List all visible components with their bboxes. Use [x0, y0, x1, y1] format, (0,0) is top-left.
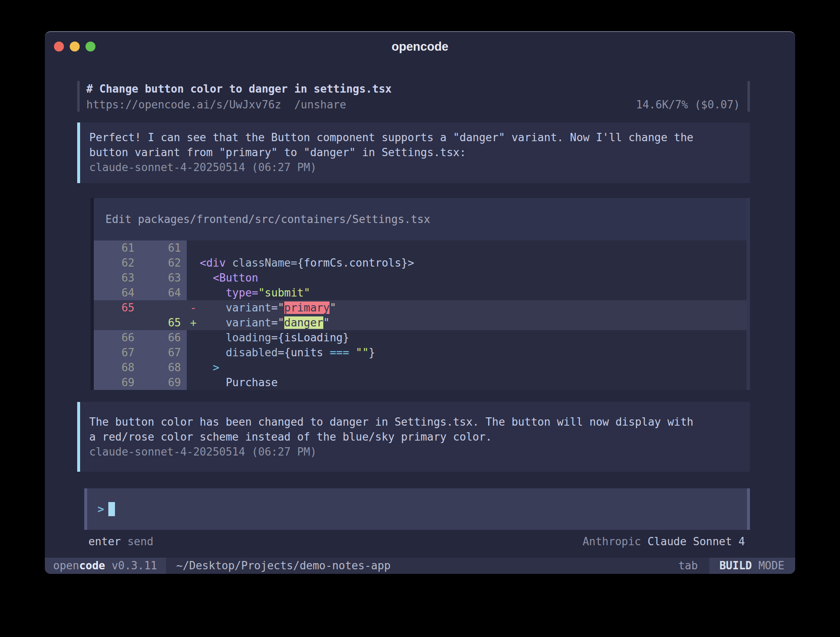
message-lines: The button color has been changed to dan…	[89, 414, 740, 444]
assistant-message-1: Perfect! I can see that the Button compo…	[77, 122, 750, 183]
working-directory: ~/Desktop/Projects/demo-notes-app	[176, 558, 391, 574]
new-line-number: 69	[140, 375, 187, 390]
message-text-line: button variant from "primary" to "danger…	[89, 145, 740, 160]
diff-gutter: 6767	[94, 345, 187, 360]
opencode-window: opencode # Change button color to danger…	[45, 31, 795, 574]
diff-row: 65- variant="primary"	[94, 300, 747, 315]
diff-row: 6161	[94, 240, 747, 255]
status-bar: opencode v0.3.11 ~/Desktop/Projects/demo…	[45, 558, 795, 574]
diff-row: 6666 loading={isLoading}	[94, 330, 747, 345]
new-line-number	[140, 300, 187, 315]
diff-row: 6464 type="submit"	[94, 285, 747, 300]
old-line-number: 68	[94, 360, 140, 375]
code-token: type	[226, 287, 252, 299]
code-token	[187, 361, 213, 374]
session-title: # Change button color to danger in setti…	[86, 82, 740, 96]
diff-gutter: 6969	[94, 375, 187, 390]
app-name-open: open	[53, 558, 79, 574]
code-token: "	[278, 301, 284, 314]
old-line-number: 62	[94, 255, 140, 270]
window-title: opencode	[392, 40, 449, 54]
code-token	[187, 331, 226, 344]
message-text-line: The button color has been changed to dan…	[89, 414, 740, 429]
new-line-number: 64	[140, 285, 187, 300]
code-token: ===	[330, 346, 349, 359]
code-token: "	[330, 301, 336, 314]
code-token: <div	[200, 257, 226, 269]
mode-gap	[752, 558, 759, 574]
mode-word-label: MODE	[758, 558, 784, 574]
code-token	[187, 287, 226, 299]
code-token: primary	[284, 301, 330, 314]
edit-tool-header: Edit packages/frontend/src/containers/Se…	[94, 198, 747, 240]
code-token: =	[278, 346, 284, 359]
code-token: variant	[226, 316, 271, 329]
code-token: className	[232, 257, 291, 269]
diff-gutter: 6666	[94, 330, 187, 345]
share-url[interactable]: https://opencode.ai/s/UwJxv76z	[86, 98, 281, 111]
diff-gutter: 65	[94, 300, 187, 315]
code-token: ""	[356, 346, 369, 359]
zoom-window-button[interactable]	[85, 42, 95, 51]
old-line-number: 65	[94, 300, 140, 315]
diff-view: 61616262 <div className={formCs.controls…	[94, 240, 747, 390]
app-name-code: code	[79, 558, 105, 574]
session-header: # Change button color to danger in setti…	[77, 81, 750, 112]
code-token: >	[213, 361, 220, 374]
code-token: <Button	[213, 272, 259, 284]
diff-gutter: 6464	[94, 285, 187, 300]
new-line-number: 63	[140, 270, 187, 285]
unshare-command[interactable]: /unshare	[294, 98, 346, 111]
code-token: Purchase	[226, 376, 278, 389]
session-subtitle-row: https://opencode.ai/s/UwJxv76z /unshare …	[86, 98, 740, 112]
title-bar: opencode	[45, 32, 795, 61]
prompt-symbol: >	[98, 503, 104, 515]
prompt-input[interactable]: >	[84, 488, 750, 530]
old-line-number: 64	[94, 285, 140, 300]
diff-gutter: 6363	[94, 270, 187, 285]
code-token	[187, 272, 213, 284]
minimize-window-button[interactable]	[70, 42, 80, 51]
diff-row: 6363 <Button	[94, 270, 747, 285]
code-token: loading	[226, 331, 271, 344]
tui-content: # Change button color to danger in setti…	[45, 81, 795, 548]
traffic-lights	[54, 32, 95, 61]
share-row: https://opencode.ai/s/UwJxv76z /unshare	[86, 98, 346, 112]
code-token: variant	[226, 301, 271, 314]
edit-tool-block: Edit packages/frontend/src/containers/Se…	[90, 198, 750, 390]
app-version: v0.3.11	[105, 558, 157, 574]
mode-segment[interactable]: BUILD MODE	[709, 558, 795, 574]
new-line-number: 65	[140, 315, 187, 330]
enter-hint: enter send	[88, 535, 154, 548]
diff-gutter: 6161	[94, 240, 187, 255]
close-window-button[interactable]	[54, 42, 64, 51]
code-token: =	[271, 316, 278, 329]
code-token	[187, 346, 226, 359]
diff-row: 6262 <div className={formCs.controls}>	[94, 255, 747, 270]
diff-code-line: >	[187, 360, 747, 375]
code-token	[226, 257, 232, 269]
old-line-number: 67	[94, 345, 140, 360]
diff-code-line	[187, 240, 747, 255]
diff-gutter: 65	[94, 315, 187, 330]
old-line-number: 61	[94, 240, 140, 255]
token-usage: 14.6K/7% ($0.07)	[636, 98, 740, 112]
new-line-number: 62	[140, 255, 187, 270]
code-token: =	[271, 301, 278, 314]
message-lines: Perfect! I can see that the Button compo…	[89, 130, 740, 160]
added-line-marker: +	[190, 315, 197, 330]
code-token	[187, 257, 200, 269]
code-token: {isLoading}	[278, 331, 349, 344]
code-token: danger	[284, 316, 323, 329]
diff-gutter: 6262	[94, 255, 187, 270]
removed-line-marker: -	[190, 300, 197, 315]
old-line-number	[94, 315, 140, 330]
code-token: =	[291, 257, 297, 269]
share-gap	[281, 98, 294, 111]
code-token	[349, 346, 356, 359]
model-indicator: Anthropic Claude Sonnet 4	[583, 535, 745, 548]
message-text-line: Perfect! I can see that the Button compo…	[89, 130, 740, 145]
old-line-number: 66	[94, 330, 140, 345]
code-token: {formCs.controls}>	[297, 257, 414, 269]
model-timestamp: claude-sonnet-4-20250514 (06:27 PM)	[89, 444, 740, 459]
